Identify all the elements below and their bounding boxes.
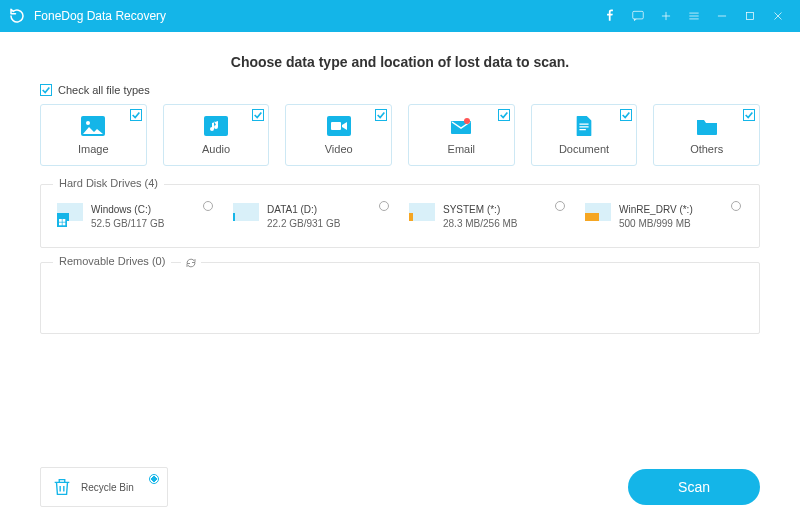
type-video-label: Video <box>325 143 353 155</box>
type-document[interactable]: Document <box>531 104 638 166</box>
drive-text: Windows (C:) 52.5 GB/117 GB <box>91 203 164 231</box>
check-all-label: Check all file types <box>58 84 150 96</box>
hdd-section-title: Hard Disk Drives (4) <box>53 177 164 189</box>
recycle-radio[interactable] <box>149 474 159 484</box>
drive-icon <box>57 203 83 233</box>
feedback-icon[interactable] <box>624 0 652 32</box>
drive-name: WinRE_DRV (*:) <box>619 203 693 217</box>
drive-text: SYSTEM (*:) 28.3 MB/256 MB <box>443 203 517 231</box>
type-email-checkbox[interactable] <box>498 109 510 121</box>
type-others[interactable]: Others <box>653 104 760 166</box>
type-others-checkbox[interactable] <box>743 109 755 121</box>
folder-icon <box>693 115 721 137</box>
app-title: FoneDog Data Recovery <box>34 9 596 23</box>
drive-icon <box>409 203 435 233</box>
drive-name: Windows (C:) <box>91 203 164 217</box>
refresh-icon[interactable] <box>181 255 201 273</box>
trash-icon <box>51 476 73 498</box>
drive-winre[interactable]: WinRE_DRV (*:) 500 MB/999 MB <box>581 199 747 237</box>
scan-button[interactable]: Scan <box>628 469 760 505</box>
maximize-button[interactable] <box>736 0 764 32</box>
video-icon <box>325 115 353 137</box>
check-all-checkbox[interactable] <box>40 84 52 96</box>
drive-size: 52.5 GB/117 GB <box>91 217 164 231</box>
type-email[interactable]: Email <box>408 104 515 166</box>
file-type-grid: Image Audio Video Email Document Others <box>40 104 760 166</box>
close-button[interactable] <box>764 0 792 32</box>
type-document-checkbox[interactable] <box>620 109 632 121</box>
hdd-drives: Windows (C:) 52.5 GB/117 GB DATA1 (D:) 2… <box>53 199 747 237</box>
drive-size: 22.2 GB/931 GB <box>267 217 340 231</box>
menu-icon[interactable] <box>680 0 708 32</box>
bottom-area: Recycle Bin Scan <box>0 467 800 507</box>
type-image-label: Image <box>78 143 109 155</box>
svg-rect-10 <box>62 219 65 222</box>
type-audio[interactable]: Audio <box>163 104 270 166</box>
drive-data1-d[interactable]: DATA1 (D:) 22.2 GB/931 GB <box>229 199 395 237</box>
svg-rect-12 <box>62 222 65 225</box>
drive-radio[interactable] <box>555 201 565 211</box>
document-icon <box>570 115 598 137</box>
drive-size: 28.3 MB/256 MB <box>443 217 517 231</box>
drive-windows-c[interactable]: Windows (C:) 52.5 GB/117 GB <box>53 199 219 237</box>
svg-rect-6 <box>331 122 341 130</box>
type-video-checkbox[interactable] <box>375 109 387 121</box>
removable-empty <box>53 277 747 323</box>
type-email-label: Email <box>448 143 476 155</box>
svg-rect-9 <box>59 219 62 222</box>
removable-section: Removable Drives (0) <box>40 262 760 334</box>
drive-icon <box>585 203 611 233</box>
drive-radio[interactable] <box>379 201 389 211</box>
svg-point-8 <box>464 118 470 124</box>
recycle-bin-option[interactable]: Recycle Bin <box>40 467 168 507</box>
drive-name: SYSTEM (*:) <box>443 203 517 217</box>
hdd-section: Hard Disk Drives (4) Windows (C:) 52.5 G… <box>40 184 760 248</box>
plus-icon[interactable] <box>652 0 680 32</box>
type-video[interactable]: Video <box>285 104 392 166</box>
check-all-row[interactable]: Check all file types <box>40 84 760 96</box>
titlebar-buttons <box>596 0 792 32</box>
type-image[interactable]: Image <box>40 104 147 166</box>
drive-icon <box>233 203 259 233</box>
recycle-label: Recycle Bin <box>81 482 134 493</box>
drive-size: 500 MB/999 MB <box>619 217 693 231</box>
type-audio-checkbox[interactable] <box>252 109 264 121</box>
audio-icon <box>202 115 230 137</box>
image-icon <box>79 115 107 137</box>
drive-radio[interactable] <box>731 201 741 211</box>
drive-system[interactable]: SYSTEM (*:) 28.3 MB/256 MB <box>405 199 571 237</box>
type-image-checkbox[interactable] <box>130 109 142 121</box>
svg-rect-1 <box>747 13 754 20</box>
svg-rect-11 <box>59 222 62 225</box>
removable-section-title: Removable Drives (0) <box>53 255 171 267</box>
share-facebook-icon[interactable] <box>596 0 624 32</box>
svg-point-3 <box>86 121 90 125</box>
svg-rect-0 <box>633 11 644 19</box>
drive-text: WinRE_DRV (*:) 500 MB/999 MB <box>619 203 693 231</box>
main-content: Choose data type and location of lost da… <box>0 32 800 334</box>
drive-text: DATA1 (D:) 22.2 GB/931 GB <box>267 203 340 231</box>
type-others-label: Others <box>690 143 723 155</box>
email-icon <box>447 115 475 137</box>
type-audio-label: Audio <box>202 143 230 155</box>
drive-radio[interactable] <box>203 201 213 211</box>
page-heading: Choose data type and location of lost da… <box>40 54 760 70</box>
app-logo-icon <box>8 7 26 25</box>
titlebar: FoneDog Data Recovery <box>0 0 800 32</box>
minimize-button[interactable] <box>708 0 736 32</box>
type-document-label: Document <box>559 143 609 155</box>
drive-name: DATA1 (D:) <box>267 203 340 217</box>
